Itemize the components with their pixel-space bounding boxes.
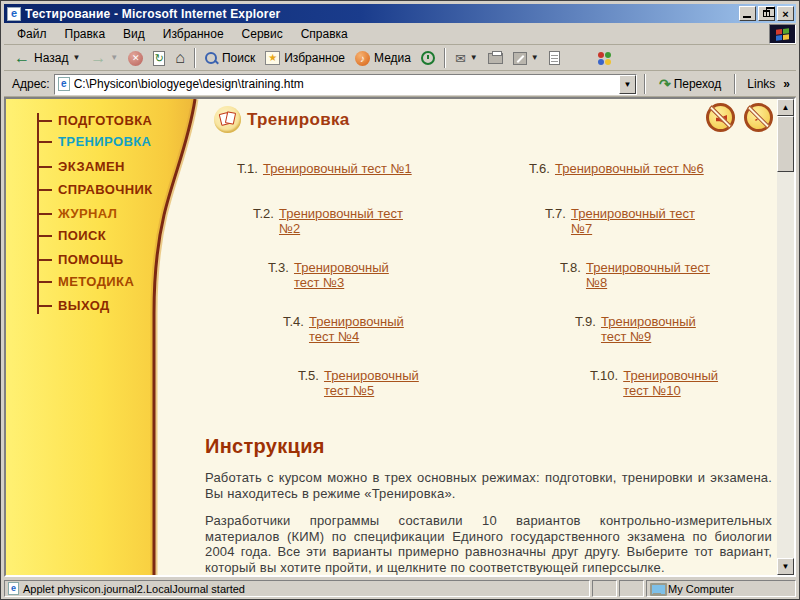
- test-item-6: Т.6. Тренировочный тест №6: [529, 161, 777, 176]
- discuss-document-icon: [549, 51, 560, 65]
- sidebar-item-spravochnik[interactable]: СПРАВОЧНИК: [58, 182, 153, 197]
- page-title: Тренировка: [247, 110, 349, 130]
- status-text: Applet physicon.journal2.LocalJournal st…: [23, 583, 245, 595]
- edit-button[interactable]: ▼: [509, 47, 543, 69]
- test-item-10: Т.10. Тренировочный тест №10: [529, 368, 777, 398]
- sidebar-item-zhurnal[interactable]: ЖУРНАЛ: [58, 206, 117, 221]
- close-button[interactable]: ×: [777, 6, 794, 21]
- favorites-button[interactable]: ★ Избранное: [261, 47, 349, 69]
- test-link-1[interactable]: Тренировочный тест №1: [263, 161, 412, 176]
- sidebar-item-ekzamen[interactable]: ЭКЗАМЕН: [58, 159, 125, 174]
- addressbar-separator: [644, 74, 646, 94]
- address-bar: Адрес: e C:\Physicon\biologyege\design\t…: [4, 72, 796, 97]
- search-button[interactable]: Поиск: [201, 47, 259, 69]
- minimize-button[interactable]: [739, 6, 756, 21]
- messenger-button[interactable]: [594, 47, 615, 69]
- messenger-flower-icon: [598, 52, 611, 65]
- test-link-4[interactable]: Тренировочный тест №4: [309, 314, 404, 344]
- links-chevron-icon[interactable]: »: [783, 77, 792, 91]
- discuss-button[interactable]: [545, 47, 564, 69]
- scroll-up-button[interactable]: ▲: [777, 99, 794, 116]
- menu-favorites[interactable]: Избранное: [154, 25, 233, 43]
- home-button[interactable]: ⌂: [171, 47, 189, 69]
- mail-dropdown-icon[interactable]: ▼: [470, 54, 478, 62]
- menu-edit[interactable]: Правка: [56, 25, 115, 43]
- links-label[interactable]: Links: [743, 77, 779, 91]
- forward-dropdown-icon[interactable]: ▼: [110, 54, 118, 62]
- home-icon: ⌂: [175, 51, 185, 65]
- test-column-left: Т.1. Тренировочный тест №1 Т.2. Трениров…: [237, 161, 517, 422]
- ie-logo-icon: e: [7, 7, 21, 21]
- restore-button[interactable]: [758, 6, 775, 21]
- test-link-6[interactable]: Тренировочный тест №6: [555, 161, 704, 176]
- address-input[interactable]: e C:\Physicon\biologyege\design\training…: [54, 74, 637, 95]
- test-number: Т.3.: [268, 260, 289, 290]
- sound-off-button[interactable]: [706, 103, 735, 132]
- music-off-button[interactable]: ♪: [744, 103, 773, 132]
- scrollbar-thumb[interactable]: [777, 116, 794, 172]
- search-label: Поиск: [222, 51, 255, 65]
- test-link-10[interactable]: Тренировочный тест №10: [623, 368, 718, 398]
- refresh-button[interactable]: ↻: [149, 47, 169, 69]
- menu-file[interactable]: Файл: [8, 25, 56, 43]
- menu-help[interactable]: Справка: [292, 25, 357, 43]
- go-arrow-icon: ↷: [659, 78, 671, 90]
- forward-button[interactable]: → ▼: [86, 47, 122, 69]
- test-number: Т.10.: [590, 368, 618, 398]
- sidebar-item-metodika[interactable]: МЕТОДИКА: [58, 274, 134, 289]
- test-link-5[interactable]: Тренировочный тест №5: [324, 368, 419, 398]
- test-number: Т.1.: [237, 161, 258, 176]
- test-number: Т.9.: [575, 314, 596, 344]
- media-icon: ♪: [355, 51, 370, 66]
- ie-throbber-icon: [769, 24, 796, 44]
- test-link-8[interactable]: Тренировочный тест №8: [586, 260, 710, 290]
- instruction-paragraph-1: Работать с курсом можно в трех основных …: [205, 470, 772, 501]
- test-item-7: Т.7. Тренировочный тест №7: [529, 206, 777, 236]
- history-button[interactable]: [417, 47, 439, 69]
- stop-button[interactable]: ✕: [124, 47, 147, 69]
- sidebar-item-trenirovka[interactable]: ТРЕНИРОВКА: [58, 134, 151, 149]
- menu-bar: Файл Правка Вид Избранное Сервис Справка: [4, 24, 796, 45]
- test-item-2: Т.2. Тренировочный тест №2: [237, 206, 517, 236]
- stop-icon: ✕: [128, 51, 143, 66]
- scroll-down-button[interactable]: ▼: [777, 558, 794, 575]
- back-button[interactable]: ← Назад ▼: [10, 47, 84, 69]
- address-value[interactable]: C:\Physicon\biologyege\design\training.h…: [74, 77, 615, 91]
- back-icon: ←: [14, 51, 30, 65]
- back-dropdown-icon[interactable]: ▼: [72, 54, 80, 62]
- test-item-4: Т.4. Тренировочный тест №4: [237, 314, 517, 344]
- test-link-9[interactable]: Тренировочный тест №9: [601, 314, 696, 344]
- media-button[interactable]: ♪ Медиа: [351, 47, 415, 69]
- zone-label: My Computer: [668, 583, 734, 595]
- address-dropdown-button[interactable]: ▼: [619, 75, 636, 94]
- test-number: Т.8.: [560, 260, 581, 290]
- forward-icon: →: [90, 51, 106, 65]
- test-column-right: Т.6. Тренировочный тест №6 Т.7. Трениров…: [529, 161, 777, 422]
- slash-icon: [709, 105, 732, 128]
- mail-button[interactable]: ✉ ▼: [451, 47, 482, 69]
- test-link-2[interactable]: Тренировочный тест №2: [279, 206, 403, 236]
- sidebar-item-podgotovka[interactable]: ПОДГОТОВКА: [58, 113, 152, 128]
- title-bar: e Тестирование - Microsoft Internet Expl…: [4, 4, 796, 23]
- go-button[interactable]: ↷ Переход: [653, 75, 727, 93]
- sidebar-item-vykhod[interactable]: ВЫХОД: [58, 298, 110, 313]
- test-number: Т.6.: [529, 161, 550, 176]
- addressbar-separator: [734, 74, 736, 94]
- document-area: ПОДГОТОВКА ТРЕНИРОВКА ЭКЗАМЕН СПРАВОЧНИК…: [6, 99, 777, 575]
- print-button[interactable]: [484, 47, 507, 69]
- test-link-7[interactable]: Тренировочный тест №7: [571, 206, 695, 236]
- vertical-scrollbar[interactable]: ▲ ▼: [777, 99, 794, 575]
- sidebar-item-poisk[interactable]: ПОИСК: [58, 228, 106, 243]
- refresh-icon: ↻: [153, 51, 165, 66]
- back-label: Назад: [34, 51, 68, 65]
- page-content: ПОДГОТОВКА ТРЕНИРОВКА ЭКЗАМЕН СПРАВОЧНИК…: [4, 97, 796, 577]
- security-zone-pane: My Computer: [646, 580, 796, 597]
- sidebar-item-pomoshch[interactable]: ПОМОЩЬ: [58, 252, 123, 267]
- toolbar-separator: [444, 48, 446, 68]
- menu-tools[interactable]: Сервис: [233, 25, 292, 43]
- media-label: Медиа: [374, 51, 411, 65]
- go-label: Переход: [674, 77, 722, 91]
- menu-view[interactable]: Вид: [114, 25, 154, 43]
- edit-dropdown-icon[interactable]: ▼: [531, 54, 539, 62]
- test-link-3[interactable]: Тренировочный тест №3: [294, 260, 389, 290]
